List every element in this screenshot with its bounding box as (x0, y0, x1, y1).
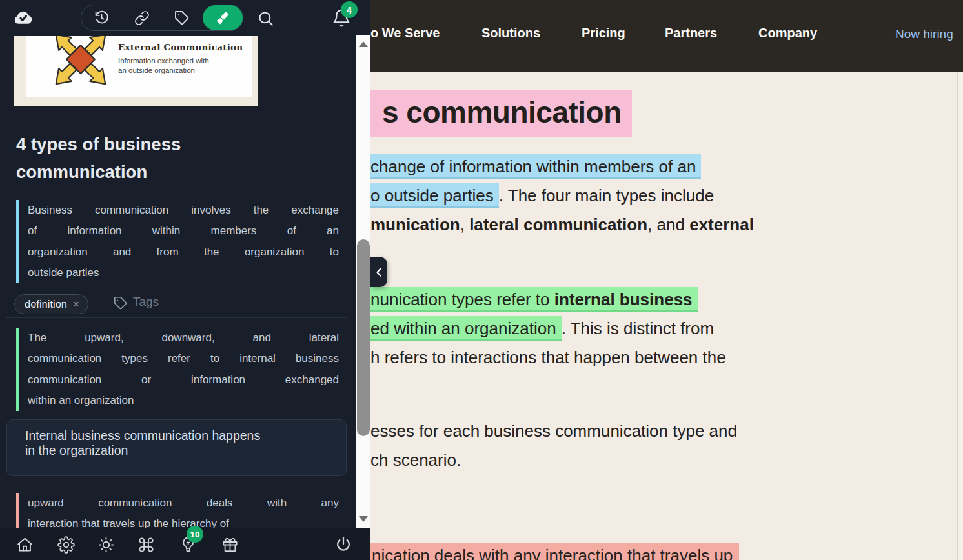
scroll-down-arrow-icon[interactable] (359, 516, 368, 522)
article-line: nunication types refer to internal busin… (370, 286, 698, 313)
search-icon (257, 10, 274, 27)
tags-input-placeholder[interactable]: Tags (133, 295, 159, 309)
article-line: munication, lateral communication, and e… (370, 212, 754, 238)
tag-icon (174, 10, 190, 26)
blue-highlight[interactable]: change of information within members of … (370, 154, 701, 179)
article-line: esses for each business communication ty… (370, 418, 737, 445)
article-line: ch scenario. (370, 447, 461, 474)
page-right-edge (958, 72, 963, 560)
chevron-left-icon (375, 267, 383, 277)
tag-chip-label: definition (25, 298, 67, 310)
article-line: ed within an organization. This is disti… (370, 315, 714, 342)
command-icon (137, 536, 155, 554)
highlighter-icon (214, 10, 231, 26)
gear-icon (57, 536, 75, 554)
theme-button[interactable] (97, 535, 115, 554)
link-icon (134, 10, 150, 26)
sidebar-topbar: 4 (0, 0, 370, 35)
history-icon (94, 10, 110, 26)
nav-link-now-hiring[interactable]: Now hiring (895, 27, 953, 41)
home-button[interactable] (15, 535, 34, 554)
nav-item-pricing[interactable]: Pricing (582, 26, 625, 41)
suggestions-count-badge: 10 (187, 526, 203, 543)
article-line: change of information within members of … (370, 154, 701, 180)
site-header: o We Serve Solutions Pricing Partners Co… (370, 0, 963, 72)
search-button[interactable] (254, 7, 276, 29)
page-right-edge-line (957, 72, 958, 560)
link-button[interactable] (122, 5, 163, 30)
home-icon (16, 536, 34, 554)
sidebar-bottom-toolbar: 10 (0, 528, 370, 560)
pink-highlight[interactable]: s communication (370, 90, 632, 137)
tags-row: definition × Tags (0, 294, 356, 315)
app-root: 4 External Communication (0, 0, 963, 560)
nav-item-solutions[interactable]: Solutions (482, 26, 540, 41)
webpage-view: o We Serve Solutions Pricing Partners Co… (370, 0, 963, 560)
shortcuts-button[interactable] (137, 535, 155, 554)
tool-switcher (81, 5, 243, 31)
power-icon (334, 535, 352, 554)
highlighter-button[interactable] (203, 5, 243, 30)
sidebar-collapse-button[interactable] (370, 257, 387, 287)
note-box[interactable]: Internal business communication happens … (6, 419, 347, 476)
source-page-card[interactable]: External Communication Information excha… (14, 36, 258, 106)
power-button[interactable] (334, 535, 352, 554)
red-highlight[interactable]: nication deals with any interaction that… (370, 543, 739, 560)
highlight-quote-blue[interactable]: Business communication involves the exch… (16, 200, 339, 283)
card-image: External Communication Information excha… (26, 36, 252, 97)
tags-input-icon (114, 296, 128, 310)
page-title: 4 types of business communication (16, 130, 236, 186)
tag-button[interactable] (162, 5, 203, 30)
history-button[interactable] (81, 5, 122, 30)
remove-tag-icon[interactable]: × (73, 298, 79, 311)
blue-highlight[interactable]: o outside parties (370, 183, 499, 208)
nav-item-company[interactable]: Company (758, 26, 817, 41)
cloud-check-logo-icon (10, 6, 36, 29)
article-heading: s communication (370, 95, 632, 130)
nav-item-partners[interactable]: Partners (665, 26, 717, 41)
card-description: Information exchanged with an outside or… (118, 56, 209, 75)
highlight-quote-green[interactable]: The upward, downward, and lateral commun… (16, 328, 339, 411)
scrollbar-thumb[interactable] (357, 239, 370, 436)
extension-sidebar: 4 External Communication (0, 0, 370, 560)
sidebar-scrollbar[interactable] (356, 35, 370, 528)
article-line: nication deals with any interaction that… (370, 543, 739, 560)
card-title: External Communication (118, 42, 243, 52)
gift-icon (221, 536, 239, 554)
settings-button[interactable] (57, 535, 75, 554)
tag-chip-definition[interactable]: definition × (14, 294, 88, 314)
green-highlight[interactable]: nunication types refer to internal busin… (370, 287, 698, 312)
article-line: o outside parties. The four main types i… (370, 183, 714, 209)
scroll-up-arrow-icon[interactable] (359, 41, 368, 47)
article-line: h refers to interactions that happen bet… (370, 345, 726, 371)
note-text: Internal business communication happens … (25, 428, 260, 458)
green-highlight[interactable]: ed within an organization (370, 316, 562, 341)
external-communication-diagram-icon (42, 36, 119, 97)
nav-item-who-we-serve[interactable]: o We Serve (370, 26, 440, 41)
divider (6, 317, 347, 318)
divider (6, 485, 347, 485)
sun-icon (97, 536, 115, 554)
notifications-count-badge: 4 (341, 1, 358, 18)
rewards-button[interactable] (221, 535, 239, 554)
